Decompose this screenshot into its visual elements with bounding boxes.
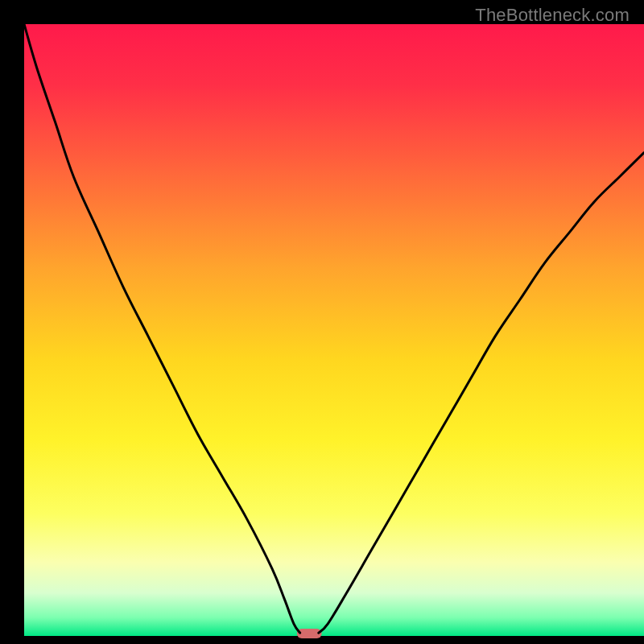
watermark-text: TheBottleneck.com: [475, 5, 630, 26]
bottleneck-chart: [0, 0, 644, 644]
chart-svg: [0, 0, 644, 644]
plot-area: [24, 24, 644, 636]
